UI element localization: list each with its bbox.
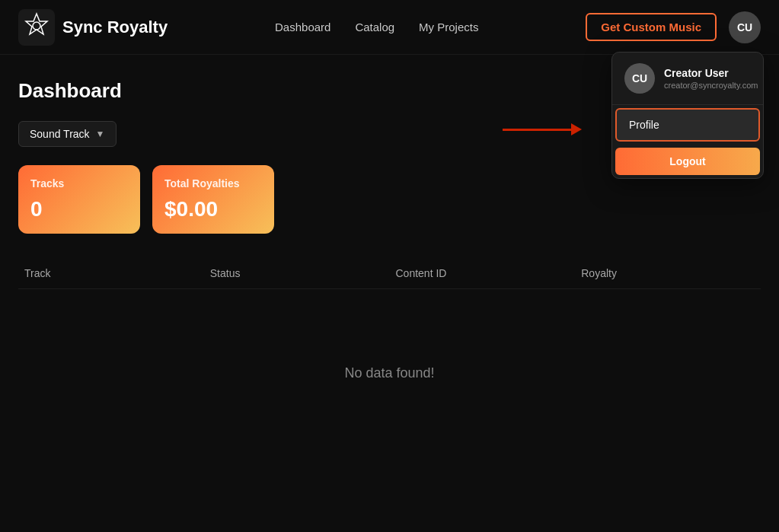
- filter-dropdown[interactable]: Sound Track ▼: [18, 121, 117, 147]
- col-royalty: Royalty: [575, 267, 761, 279]
- col-track: Track: [18, 267, 204, 279]
- nav-my-projects[interactable]: My Projects: [419, 21, 478, 33]
- logo-area: Sync Royalty: [18, 9, 168, 46]
- user-name: Creator User: [664, 67, 758, 79]
- no-data-message: No data found!: [18, 365, 761, 381]
- tracks-card-label: Tracks: [30, 177, 128, 190]
- col-status: Status: [204, 267, 390, 279]
- nav-catalog[interactable]: Catalog: [355, 21, 394, 33]
- tracks-card: Tracks 0: [18, 165, 140, 234]
- logo-text: Sync Royalty: [62, 18, 168, 37]
- nav-dashboard[interactable]: Dashboard: [275, 21, 330, 33]
- user-details: Creator User creator@syncroyalty.com: [664, 67, 758, 90]
- logo-icon: [18, 9, 55, 46]
- filter-selected-value: Sound Track: [30, 128, 90, 140]
- table-header: Track Status Content ID Royalty: [18, 258, 761, 289]
- user-email: creator@syncroyalty.com: [664, 81, 758, 90]
- get-custom-music-button[interactable]: Get Custom Music: [586, 13, 717, 41]
- arrow-indicator: [503, 123, 582, 135]
- arrow-line: [503, 129, 571, 131]
- main-nav: Dashboard Catalog My Projects: [275, 21, 478, 33]
- user-dropdown: CU Creator User creator@syncroyalty.com …: [611, 52, 764, 179]
- tracks-card-value: 0: [30, 197, 128, 221]
- col-content-id: Content ID: [390, 267, 576, 279]
- header-right: Get Custom Music CU: [586, 11, 761, 43]
- user-avatar-button[interactable]: CU: [729, 11, 761, 43]
- royalties-card-value: $0.00: [164, 197, 262, 221]
- logout-button[interactable]: Logout: [615, 148, 760, 175]
- user-info: CU Creator User creator@syncroyalty.com: [612, 53, 763, 105]
- royalties-card-label: Total Royalties: [164, 177, 262, 190]
- chevron-down-icon: ▼: [96, 129, 105, 139]
- arrow-head: [571, 123, 582, 135]
- royalties-card: Total Royalties $0.00: [152, 165, 274, 234]
- profile-menu-item[interactable]: Profile: [615, 108, 760, 142]
- dropdown-avatar: CU: [624, 63, 655, 94]
